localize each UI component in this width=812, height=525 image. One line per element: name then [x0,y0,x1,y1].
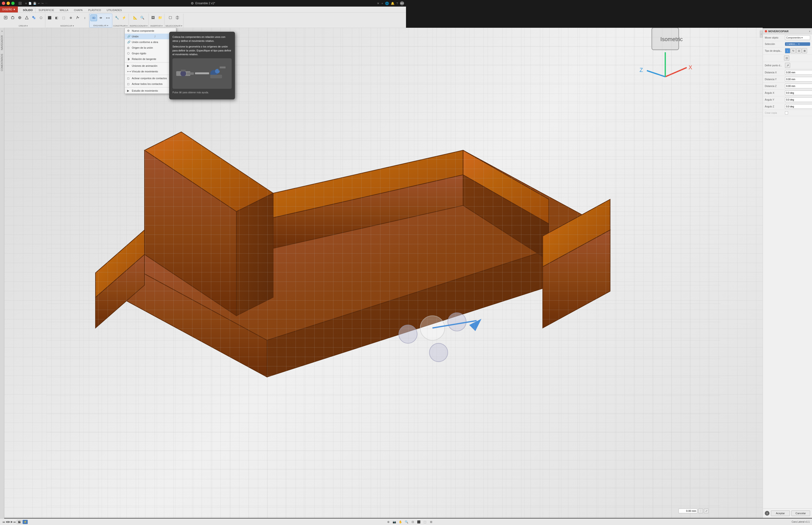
inspeccionar-tool-1[interactable]: 📐 [132,14,138,21]
construir-tool-1[interactable]: 🔧 [114,14,120,21]
tooltip-image [172,58,232,89]
vinculo-movimiento-icon: ⟷ [127,70,131,73]
svg-marker-18 [267,230,406,262]
ensamblar-label[interactable]: ENSAMBLAR ▾ [93,25,108,27]
bell-icon[interactable]: 🔔 [391,2,395,5]
insertar-label[interactable]: INSERTAR ▾ [150,25,163,27]
menu-item-label: Relación de tangente [132,58,156,60]
svg-marker-20 [144,150,236,263]
tab-chapa[interactable]: CHAPA [71,8,85,13]
close-btn[interactable] [2,2,5,5]
toolbar-section-ensamblar: ⟷ ENSAMBLAR ▾ [89,14,112,28]
tooltip-text-1: Coloca los componentes en relación unos … [172,35,232,43]
design-label: DISEÑO ▼ [2,8,16,11]
menu-item-union-conforme[interactable]: 🔗 Unión conforme a obra ⇧J [125,39,176,45]
menu-icon: ≡ [25,2,27,5]
redo-icon[interactable]: ↪ [41,2,44,5]
origen-union-icon: ◎ [127,46,131,49]
svg-marker-17 [120,260,267,262]
more-icon[interactable]: ⋯ [45,2,47,5]
sidebar-navegador[interactable]: NAVEGADOR [1,33,3,52]
svg-rect-9 [34,17,35,19]
modificar-tool-5[interactable] [75,14,81,21]
app-grid-icon[interactable]: ⊞ [18,1,22,6]
insertar-tool-1[interactable]: 🖼 [150,14,156,21]
svg-rect-3 [12,17,14,19]
inspeccionar-tool-2[interactable]: 🔍 [139,14,145,21]
globe-icon[interactable]: 🌐 [385,2,389,5]
toolbar-section-inspeccionar: 📐 🔍 INSPECCIONAR ▾ [129,14,149,28]
window-title: Ensamble 2 v1* [195,2,215,5]
new-tab-icon[interactable]: + [381,2,383,5]
design-button[interactable]: DISEÑO ▼ [0,6,18,13]
crear-tool-2[interactable] [10,14,16,21]
estudio-movimiento-icon: ▶ [127,89,131,92]
modificar-tool-6[interactable]: ↕ [81,14,88,21]
crear-tool-3[interactable] [16,14,23,21]
construir-label[interactable]: CONSTRUIR ▾ [113,25,127,27]
menu-item-estudio-movimiento[interactable]: ▶ Estudio de movimiento [125,88,176,93]
modificar-tool-4[interactable]: ⊕ [67,14,74,21]
uniones-animacion-icon: ▶ [127,64,131,68]
insertar-tool-2[interactable]: 📁 [157,14,163,21]
union-tooltip: Coloca los componentes en relación unos … [169,32,235,100]
seleccionar-label[interactable]: SELECCIONAR ▾ [165,25,182,27]
tooltip-mechanism-svg [174,61,230,87]
seleccionar-tool-1[interactable] [167,14,174,21]
toolbar-section-insertar: 🖼 📁 INSERTAR ▾ [149,14,165,28]
menu-item-label: Nuevo componente [132,29,154,32]
menu-item-label: Vínculo de movimiento [132,70,158,73]
svg-marker-16 [120,150,406,263]
tab-solido[interactable]: SÓLIDO [20,7,36,13]
crear-tool-6[interactable]: ⬡ [37,14,44,21]
construir-tool-2[interactable]: ⚡ [121,14,127,21]
modificar-tool-1[interactable]: ⬛ [46,14,53,21]
main-toolbar: ⬡ CREAR ▾ ⬛ ◧ ⬚ ⊕ ↕ MODIFICAR ▾ [0,13,406,29]
toolbar-tabs-row: DISEÑO ▼ SÓLIDO SUPERFICIE MALLA CHAPA P… [0,6,406,13]
save-icon[interactable]: 💾 [33,2,36,5]
tab-plastico[interactable]: PLÁSTICO [85,8,104,13]
tab-superficie[interactable]: SUPERFICIE [36,8,57,13]
undo-icon[interactable]: ↩ [38,2,40,5]
toolbar-section-modificar: ⬛ ◧ ⬚ ⊕ ↕ MODIFICAR ▾ [45,14,89,28]
modificar-label[interactable]: MODIFICAR ▾ [60,25,74,27]
modificar-tool-3[interactable]: ⬚ [60,14,67,21]
crear-tool-1[interactable] [2,14,9,21]
menu-item-activar-todos[interactable]: ◻ Activar todos los contactos [125,81,176,87]
menu-item-origen-union[interactable]: ◎ Origen de la unión [125,45,176,50]
crear-tool-5[interactable] [31,14,37,21]
menu-item-grupo-rigido[interactable]: ⬡ Grupo rígido [125,50,176,56]
maximize-btn[interactable] [11,2,15,5]
ensamblar-tool-1[interactable] [90,15,97,21]
menu-item-uniones-animacion[interactable]: ▶ Uniones de animación [125,63,176,69]
menu-item-activar-conjuntos[interactable]: ◻ Activar conjuntos de contactos [125,75,176,81]
menu-item-union[interactable]: 🔗 Unión J ⋮ [125,34,176,39]
svg-marker-19 [144,132,273,211]
crear-label[interactable]: CREAR ▾ [18,25,28,27]
modificar-tool-2[interactable]: ◧ [53,14,60,21]
grupo-rigido-icon: ⬡ [127,52,131,55]
new-file-icon[interactable]: 📄 [28,2,32,5]
crear-tool-4[interactable] [24,14,30,21]
menu-item-label: Unión conforme a obra [132,41,158,44]
menu-item-label: Grupo rígido [132,52,146,55]
inspeccionar-label[interactable]: INSPECCIONAR ▾ [130,25,148,27]
sidebar-collapse-btn[interactable]: » [0,29,4,33]
help-icon[interactable]: ? [396,2,398,5]
menu-item-relacion-tangente[interactable]: ◑ Relación de tangente [125,56,176,62]
minimize-btn[interactable] [6,2,10,5]
sidebar-comentarios[interactable]: COMENTARIOS [1,52,3,73]
close-window-icon[interactable]: ✕ [377,2,380,5]
menu-item-nuevo-componente[interactable]: ⚙ Nuevo componente [125,28,176,34]
ensamblar-tool-3[interactable]: ⟷ [105,15,111,21]
toolbar-section-crear: ⬡ CREAR ▾ [1,14,45,28]
ensamblar-dropdown: ⚙ Nuevo componente 🔗 Unión J ⋮ 🔗 Unión c… [124,28,176,94]
ensamblar-tool-2[interactable] [97,15,104,21]
tab-utilidades[interactable]: UTILIDADES [104,8,125,13]
svg-marker-29 [95,230,144,262]
menu-item-vinculo-movimiento[interactable]: ⟷ Vínculo de movimiento [125,69,176,74]
tab-malla[interactable]: MALLA [57,8,71,13]
union-shortcut: J [154,35,155,38]
seleccionar-tool-2[interactable] [174,14,181,21]
toolbar-section-seleccionar: SELECCIONAR ▾ [165,14,184,28]
